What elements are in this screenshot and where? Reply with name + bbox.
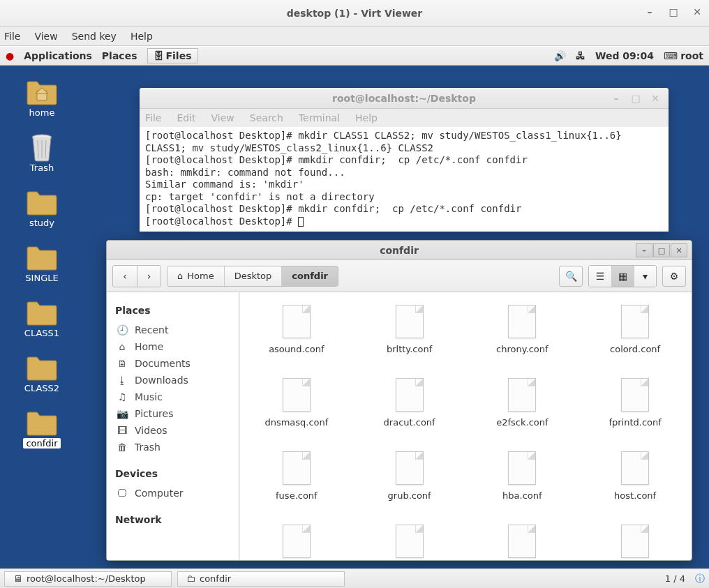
file-label: grub.conf [388, 490, 431, 501]
virt-window-buttons: – □ ✕ [643, 6, 703, 18]
sidebar-videos[interactable]: 🎞Videos [115, 422, 230, 439]
files-body: Places 🕘Recent ⌂Home 🗎Documents ⭳Downloa… [107, 292, 692, 560]
menu-view[interactable]: View [34, 31, 57, 42]
crumb-desktop[interactable]: Desktop [225, 266, 283, 286]
file-item[interactable]: hba.conf [473, 451, 572, 501]
files-window[interactable]: confdir – □ ✕ ‹ › ⌂Home Desktop confdir [106, 240, 692, 561]
term-menu-view[interactable]: View [211, 112, 234, 123]
files-maximize-button[interactable]: □ [653, 243, 670, 257]
term-menu-search[interactable]: Search [250, 112, 283, 123]
list-icon: ☰ [596, 271, 605, 282]
file-item[interactable]: colord.conf [585, 305, 685, 354]
file-item[interactable]: e2fsck.conf [473, 378, 572, 428]
file-icon [396, 378, 424, 412]
sidebar-pictures[interactable]: 📷Pictures [115, 405, 230, 422]
terminal-close-button[interactable]: ✕ [649, 92, 662, 105]
panel-applications[interactable]: Applications [24, 50, 92, 61]
sidebar-recent[interactable]: 🕘Recent [115, 322, 230, 338]
search-button[interactable]: 🔍 [559, 266, 583, 287]
panel-files-label: Files [166, 50, 192, 61]
file-item[interactable]: krb5.conf [585, 525, 685, 560]
crumb-home[interactable]: ⌂Home [167, 266, 225, 286]
crumb-confdir[interactable]: confdir [282, 266, 338, 286]
document-icon: 🗎 [117, 358, 128, 369]
close-button[interactable]: ✕ [691, 6, 703, 18]
panel-files-button[interactable]: 🗄 Files [147, 48, 198, 63]
task-terminal-label: root@localhost:~/Desktop [27, 573, 146, 584]
file-item[interactable]: ipsec.conf [360, 525, 459, 560]
file-label: e2fsck.conf [496, 417, 548, 428]
terminal-window[interactable]: root@localhost:~/Desktop – □ ✕ File Edit… [140, 88, 669, 232]
grid-icon: ▦ [618, 271, 627, 282]
nav-forward-button[interactable]: › [137, 266, 161, 287]
panel-datetime[interactable]: Wed 09:04 [595, 50, 654, 61]
term-menu-terminal[interactable]: Terminal [299, 112, 340, 123]
terminal-maximize-button[interactable]: □ [629, 92, 642, 105]
file-item[interactable]: chrony.conf [473, 305, 572, 354]
desktop[interactable]: home Trash study SINGLE CLASS1 CLASS2 [0, 66, 709, 588]
files-minimize-button[interactable]: – [636, 243, 652, 257]
file-item[interactable]: dracut.conf [360, 378, 459, 428]
menu-file[interactable]: File [4, 31, 20, 42]
files-titlebar[interactable]: confdir – □ ✕ [107, 241, 692, 260]
folder-icon: 🗀 [186, 573, 195, 584]
file-item[interactable]: brltty.conf [360, 305, 459, 354]
task-terminal[interactable]: 🖥 root@localhost:~/Desktop [4, 571, 172, 587]
file-item[interactable]: kdump.conf [473, 525, 572, 560]
menu-help[interactable]: Help [130, 31, 153, 42]
sidebar-music[interactable]: ♫Music [115, 389, 230, 405]
file-item[interactable]: fuse.conf [247, 451, 346, 501]
sidebar-computer[interactable]: 🖵Computer [115, 485, 230, 502]
view-list-button[interactable]: ☰ [589, 266, 611, 287]
desktop-icon-class1[interactable]: CLASS1 [14, 299, 70, 338]
desktop-icon-single[interactable]: SINGLE [14, 243, 70, 283]
menu-sendkey[interactable]: Send key [72, 31, 117, 42]
files-content[interactable]: asound.confbrltty.confchrony.confcolord.… [239, 292, 692, 560]
search-icon: 🔍 [565, 271, 577, 282]
view-grid-button[interactable]: ▦ [611, 266, 634, 287]
terminal-icon: 🖥 [13, 573, 22, 584]
view-mode-group: ☰ ▦ ▾ [588, 265, 657, 287]
file-item[interactable]: grub.conf [360, 451, 459, 501]
files-title: confdir [380, 245, 419, 256]
file-item[interactable]: host.conf [585, 451, 685, 501]
panel-places[interactable]: Places [102, 50, 137, 61]
sidebar-downloads[interactable]: ⭳Downloads [115, 372, 230, 389]
sidebar-documents[interactable]: 🗎Documents [115, 355, 230, 372]
view-dropdown-button[interactable]: ▾ [634, 266, 656, 287]
desktop-icon-class2[interactable]: CLASS2 [14, 354, 70, 393]
network-icon[interactable]: 🖧 [576, 50, 585, 61]
volume-icon[interactable]: 🔊 [554, 50, 566, 61]
term-menu-file[interactable]: File [145, 112, 161, 123]
term-menu-help[interactable]: Help [355, 112, 378, 123]
file-item[interactable]: fprintd.conf [585, 378, 685, 428]
term-menu-edit[interactable]: Edit [177, 112, 195, 123]
file-icon [621, 378, 649, 412]
sidebar-trash[interactable]: 🗑Trash [115, 439, 230, 455]
terminal-titlebar[interactable]: root@localhost:~/Desktop – □ ✕ [140, 88, 669, 109]
file-item[interactable]: asound.conf [247, 305, 346, 354]
desktop-icon-home[interactable]: home [14, 78, 70, 118]
panel-user-menu[interactable]: ⌨ root [664, 50, 703, 61]
desktop-icon-confdir[interactable]: confdir [14, 409, 70, 448]
maximize-button[interactable]: □ [667, 6, 680, 18]
home-icon: ⌂ [177, 271, 183, 281]
desktop-icon-study[interactable]: study [14, 188, 70, 228]
file-item[interactable]: dnsmasq.conf [247, 378, 346, 428]
file-icon [508, 451, 536, 485]
task-files[interactable]: 🗀 confdir [177, 571, 345, 587]
minimize-button[interactable]: – [643, 6, 656, 18]
file-icon [396, 451, 424, 485]
sidebar-home[interactable]: ⌂Home [115, 338, 230, 355]
files-close-button[interactable]: ✕ [671, 243, 687, 257]
file-icon [283, 525, 311, 558]
settings-button[interactable]: ⚙ [662, 266, 686, 287]
terminal-menubar: File Edit View Search Terminal Help [140, 109, 669, 127]
terminal-minimize-button[interactable]: – [610, 92, 622, 105]
terminal-content[interactable]: [root@localhost Desktop]# mkdir CLASS1 C… [140, 127, 669, 232]
info-icon[interactable]: ⓘ [695, 573, 705, 585]
file-item[interactable]: idmapd.conf [247, 525, 346, 560]
nav-back-button[interactable]: ‹ [113, 266, 137, 287]
workspace-indicator[interactable]: 1 / 4 [661, 573, 689, 584]
desktop-icon-trash[interactable]: Trash [14, 133, 70, 173]
